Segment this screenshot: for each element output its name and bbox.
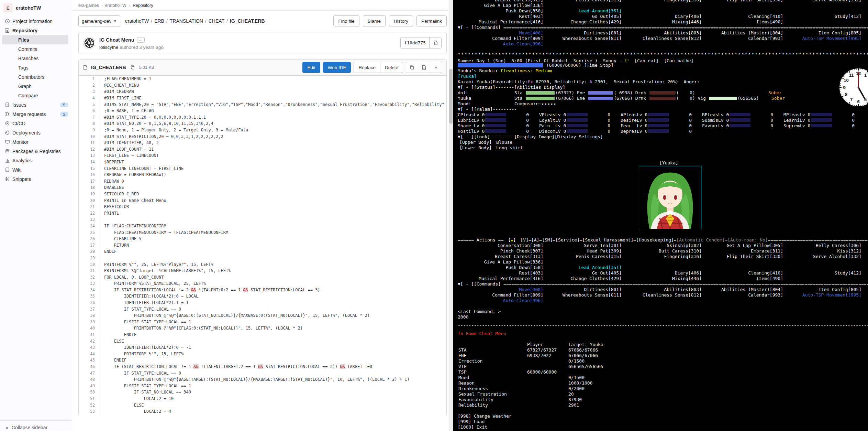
path-segment[interactable]: CHEAT	[209, 18, 224, 24]
game-menu-item[interactable]: Push Down[350]	[458, 8, 543, 14]
game-menu-item[interactable]: Abilities[803]	[622, 30, 702, 36]
sidebar-item-ci-cd[interactable]: CI/CD	[0, 119, 72, 128]
game-menu-item[interactable]: Breast Caress[313]	[458, 254, 543, 259]
look-link[interactable]: [Display Image]	[514, 134, 554, 139]
game-menu-item[interactable]: Cleanliness Sense[812]	[622, 36, 702, 41]
line-number[interactable]: 33	[79, 281, 99, 286]
game-menu-item[interactable]: Auto-Clean[996]	[458, 298, 543, 303]
game-menu-item[interactable]: Cleaning[410]	[702, 270, 783, 276]
cheat-option[interactable]: [999] Load	[458, 419, 868, 424]
line-number[interactable]: 45	[79, 358, 99, 363]
target-stat-value[interactable]: 656565/656565	[568, 364, 603, 369]
line-number[interactable]: 30	[79, 262, 99, 267]
target-stat-value[interactable]: 67066/67066	[568, 353, 598, 358]
line-number[interactable]: 43	[79, 345, 99, 350]
game-menu-item[interactable]: Items[490]	[702, 276, 783, 281]
line-number[interactable]: 20	[79, 198, 99, 203]
sidebar-item-contributors[interactable]: Contributors	[2, 72, 68, 82]
game-menu-item[interactable]: Go Out[405]	[543, 14, 622, 19]
line-number[interactable]: 36	[79, 300, 99, 305]
line-number[interactable]: 23	[79, 217, 99, 222]
sidebar-item-tags[interactable]: Tags	[2, 63, 68, 72]
target-stat-value[interactable]: 20	[568, 391, 574, 397]
target-stat-value[interactable]: 0/1500	[568, 375, 585, 380]
game-menu-item[interactable]: Fingering[316]	[622, 254, 702, 259]
sidebar-item-branches[interactable]: Branches	[2, 54, 68, 63]
line-number[interactable]: 49	[79, 384, 99, 388]
sidebar-item-wiki[interactable]: Wiki	[0, 165, 72, 174]
breadcrumb-item[interactable]: era-games	[78, 3, 99, 8]
game-menu-item[interactable]: Penis Caress[315]	[543, 0, 622, 3]
game-menu-item[interactable]: Change Clothes[429]	[543, 19, 622, 25]
line-number[interactable]: 12	[79, 147, 99, 152]
section-toggle[interactable]: ▼[ - ][Palam]---------	[458, 107, 517, 112]
section-toggle[interactable]: ▼[ - ][Commands]	[458, 25, 503, 30]
line-number[interactable]: 8	[79, 121, 99, 126]
delete-button[interactable]: Delete	[380, 62, 403, 73]
game-menu-item[interactable]: Item Config[805]	[783, 30, 861, 36]
game-menu-item[interactable]: Study[412]	[783, 14, 861, 19]
player-stat-value[interactable]: 67327/67327	[527, 347, 568, 353]
line-number[interactable]: 16	[79, 172, 99, 177]
line-number[interactable]: 10	[79, 134, 99, 139]
game-menu-item[interactable]: Items[490]	[702, 19, 783, 25]
game-menu-item[interactable]: Diary[406]	[622, 270, 702, 276]
game-menu-item[interactable]: Calendar[993]	[702, 36, 783, 41]
game-menu-item[interactable]: Head Pat[309]	[543, 248, 622, 254]
line-number[interactable]: 46	[79, 364, 99, 369]
line-number[interactable]: 39	[79, 320, 99, 324]
game-menu-item[interactable]: Go Out[405]	[543, 270, 622, 276]
blame-button[interactable]: Blame	[363, 15, 386, 26]
find-file-button[interactable]: Find file	[333, 15, 359, 26]
target-stat-value[interactable]: 2901	[568, 402, 579, 408]
line-number[interactable]: 41	[79, 332, 99, 337]
game-menu-item[interactable]: Item Config[805]	[783, 287, 861, 292]
line-number[interactable]: 18	[79, 185, 99, 190]
section-toggle[interactable]: ▼[ - ][Commands]	[458, 281, 503, 287]
scrollbar-thumb[interactable]	[449, 69, 453, 124]
replace-button[interactable]: Replace	[354, 62, 380, 73]
target-stat-value[interactable]: 1000/1000	[568, 380, 592, 386]
line-number[interactable]: 9	[79, 128, 99, 132]
game-menu-item[interactable]: Kiss[312]	[783, 248, 861, 254]
game-menu-item[interactable]: Whereabouts Sense[811]	[543, 292, 622, 298]
game-menu-item[interactable]: Lead Around[351]	[543, 8, 622, 14]
game-menu-item[interactable]: Lead Around[351]	[543, 265, 622, 270]
game-menu-item[interactable]: Penis Caress[315]	[543, 254, 622, 259]
line-number[interactable]: 51	[79, 396, 99, 401]
line-number[interactable]: 11	[79, 140, 99, 145]
game-menu-item[interactable]: Musical Performance[416]	[458, 19, 543, 25]
target-name-tag[interactable]: [Yuuka]	[458, 74, 477, 79]
line-number[interactable]: 37	[79, 307, 99, 312]
commit-message-expand-button[interactable]: ...	[137, 37, 145, 43]
target-stat-value[interactable]: 0/2000	[568, 386, 585, 391]
game-menu-item[interactable]: Rest[403]	[458, 270, 543, 276]
game-menu-item[interactable]: Serve Alcohol[332]	[783, 0, 861, 3]
game-menu-item[interactable]: Auto-Clean[996]	[458, 41, 543, 47]
copy-file-path-icon[interactable]	[129, 65, 136, 70]
line-number[interactable]: 2	[79, 83, 99, 88]
breadcrumb-item[interactable]: Repository	[133, 3, 153, 8]
line-number[interactable]: 3	[79, 89, 99, 94]
line-number[interactable]: 32	[79, 275, 99, 280]
game-menu-item[interactable]: Skinship[302]	[622, 243, 702, 248]
section-toggle[interactable]: ▼[ - ][Status]-------	[458, 85, 514, 90]
line-number[interactable]: 52	[79, 403, 99, 408]
line-number[interactable]: 17	[79, 179, 99, 184]
line-number[interactable]: 34	[79, 288, 99, 292]
line-number[interactable]: 29	[79, 256, 99, 260]
project-header[interactable]: E eratohoTW	[0, 0, 72, 17]
commit-author[interactable]: loliscythe	[99, 45, 119, 50]
line-number[interactable]: 14	[79, 160, 99, 164]
breadcrumb-item[interactable]: eratohoTW	[105, 3, 126, 8]
path-segment[interactable]: TRANSLATION	[170, 18, 203, 24]
sidebar-item-graph[interactable]: Graph	[2, 82, 68, 91]
game-menu-item[interactable]: Musical Performance[416]	[458, 276, 543, 281]
line-number[interactable]: 22	[79, 211, 99, 216]
game-menu-item[interactable]: Diary[406]	[622, 14, 702, 19]
game-menu-item[interactable]: Study[412]	[783, 270, 861, 276]
sidebar-item-files[interactable]: Files	[2, 35, 68, 44]
target-stat-value[interactable]: 67066/67066	[568, 347, 598, 353]
cheat-option[interactable]: [1000] Exit	[458, 424, 868, 430]
player-stat-value[interactable]: 6938/7022	[527, 353, 568, 358]
